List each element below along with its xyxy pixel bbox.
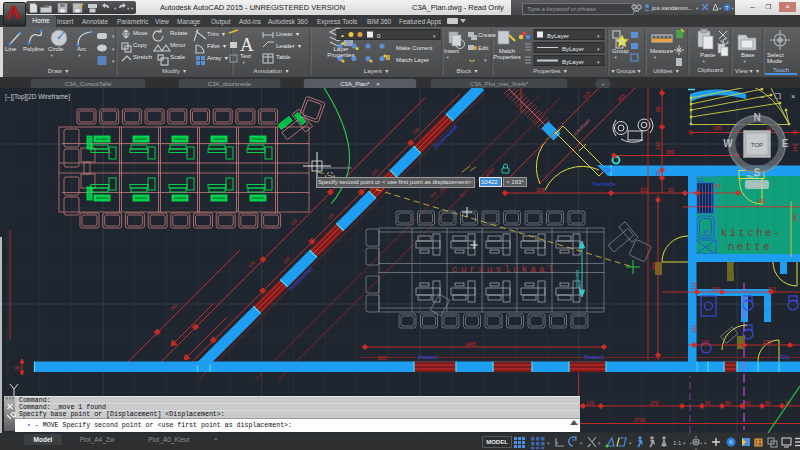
svg-text:▾: ▾ <box>547 440 550 446</box>
svg-text:kitche-: kitche- <box>721 227 783 239</box>
svg-text:▾: ▾ <box>629 440 632 446</box>
svg-text:145: 145 <box>655 141 661 150</box>
svg-text:[520]: [520] <box>779 355 789 360</box>
svg-text:Create: Create <box>478 32 497 38</box>
svg-text:Thermische: Thermische <box>592 182 616 187</box>
svg-text:100: 100 <box>711 286 720 292</box>
svg-text:140: 140 <box>792 213 798 222</box>
svg-text:▾: ▾ <box>131 6 134 11</box>
svg-text:60: 60 <box>725 400 731 406</box>
svg-text:60: 60 <box>745 400 751 406</box>
svg-text:120: 120 <box>586 400 595 406</box>
svg-text:S: S <box>754 167 761 178</box>
svg-text:150: 150 <box>691 281 697 290</box>
svg-text:560: 560 <box>651 261 657 270</box>
svg-text:TOP: TOP <box>751 142 763 148</box>
svg-text:145: 145 <box>792 143 798 152</box>
svg-text:520: 520 <box>697 178 705 183</box>
svg-text:ByLayer: ByLayer <box>562 59 584 65</box>
svg-text:▾: ▾ <box>704 440 707 446</box>
svg-text:60: 60 <box>765 400 771 406</box>
svg-text:90: 90 <box>655 106 661 112</box>
svg-text:cursuslokaal: cursuslokaal <box>452 264 556 275</box>
svg-text:235: 235 <box>763 339 772 345</box>
svg-text:nette: nette <box>728 241 772 253</box>
svg-text:E: E <box>782 138 789 149</box>
svg-text:[Radiator]: [Radiator] <box>584 355 604 360</box>
svg-text:20: 20 <box>668 187 674 193</box>
svg-text:C3A: C3A <box>603 168 612 173</box>
svg-text:2716: 2716 <box>634 417 645 423</box>
svg-text:ByLayer: ByLayer <box>547 33 569 39</box>
svg-text:?: ? <box>725 5 728 11</box>
svg-text:N: N <box>753 112 760 123</box>
svg-text:ByLayer: ByLayer <box>562 46 584 52</box>
svg-text:270: 270 <box>650 400 659 406</box>
svg-text:380: 380 <box>666 149 675 155</box>
svg-text:▾: ▾ <box>127 6 130 11</box>
svg-text:150: 150 <box>691 324 697 333</box>
svg-text:100: 100 <box>701 339 710 345</box>
svg-text:▾: ▾ <box>732 6 735 11</box>
svg-text:▾: ▾ <box>696 6 699 11</box>
svg-text:▾: ▾ <box>484 57 487 63</box>
svg-text:130: 130 <box>712 183 721 189</box>
svg-text:60: 60 <box>705 400 711 406</box>
svg-text:360: 360 <box>757 198 766 204</box>
svg-text:30: 30 <box>14 365 20 371</box>
svg-text:B02: B02 <box>378 355 387 361</box>
svg-text:jos.vandamm...: jos.vandamm... <box>651 5 693 11</box>
svg-text:▾: ▾ <box>112 58 115 64</box>
svg-text:▾: ▾ <box>683 440 686 446</box>
svg-text:WCS: WCS <box>748 182 762 188</box>
svg-text:Edit: Edit <box>478 45 489 51</box>
svg-text:geweven: geweven <box>575 269 580 288</box>
svg-text:1465: 1465 <box>465 341 476 347</box>
svg-text:W: W <box>723 138 733 149</box>
svg-text:230: 230 <box>640 187 649 193</box>
svg-text:195: 195 <box>713 125 722 131</box>
svg-text:Make Current: Make Current <box>396 45 433 51</box>
svg-text:115: 115 <box>768 286 776 292</box>
svg-text:60x20: 60x20 <box>732 264 737 276</box>
svg-text:Match Layer: Match Layer <box>396 57 429 63</box>
svg-text:▾: ▾ <box>112 33 115 39</box>
svg-text:328: 328 <box>536 187 545 193</box>
svg-text:1:1: 1:1 <box>673 440 682 446</box>
svg-text:▾: ▾ <box>114 6 117 11</box>
svg-text:▾: ▾ <box>598 440 601 446</box>
svg-text:[Radiator]: [Radiator] <box>418 355 438 360</box>
svg-text:▾: ▾ <box>719 6 722 11</box>
svg-text:▾: ▾ <box>112 46 115 52</box>
svg-text:A: A <box>240 34 254 55</box>
svg-text:20: 20 <box>655 170 661 176</box>
svg-text:▾: ▾ <box>580 440 583 446</box>
